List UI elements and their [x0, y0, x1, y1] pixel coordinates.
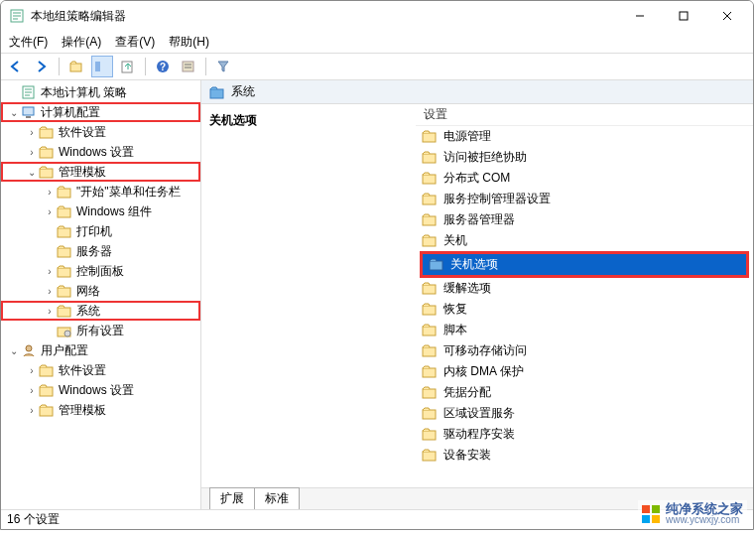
tree-network[interactable]: ›网络: [1, 281, 200, 301]
svg-rect-39: [423, 237, 436, 246]
maximize-button[interactable]: [662, 1, 705, 31]
toolbar-separator: [205, 58, 206, 75]
svg-rect-17: [40, 129, 53, 138]
list-item-label: 关机: [443, 232, 467, 249]
chevron-icon[interactable]: ›: [43, 306, 57, 317]
chevron-icon[interactable]: ›: [43, 286, 57, 297]
tree-label: 软件设置: [59, 124, 106, 141]
tree-label: 打印机: [76, 223, 112, 240]
list-item[interactable]: 区域设置服务: [416, 403, 753, 424]
chevron-icon[interactable]: ›: [43, 187, 57, 198]
minimize-button[interactable]: [618, 1, 662, 31]
tree-user-config[interactable]: ⌄用户配置: [1, 340, 200, 360]
chevron-icon[interactable]: ›: [25, 405, 39, 416]
folder-icon: [39, 382, 55, 398]
list-item[interactable]: 内核 DMA 保护: [416, 361, 753, 382]
tab-extended[interactable]: 扩展: [209, 487, 255, 509]
list-item-label: 设备安装: [443, 447, 491, 464]
svg-rect-46: [423, 389, 436, 398]
list-item-label: 脚本: [443, 322, 467, 338]
chevron-icon[interactable]: ›: [25, 365, 39, 376]
properties-button[interactable]: [178, 56, 199, 77]
show-tree-button[interactable]: [91, 56, 113, 77]
tree-start-taskbar[interactable]: ›"开始"菜单和任务栏: [1, 182, 200, 201]
svg-rect-41: [423, 285, 436, 294]
tree-all-settings[interactable]: 所有设置: [1, 321, 200, 340]
tab-standard[interactable]: 标准: [254, 487, 300, 509]
tree-system[interactable]: ›系统: [1, 301, 200, 321]
up-button[interactable]: [65, 56, 87, 77]
filter-button[interactable]: [212, 56, 234, 77]
list-item-label: 区域设置服务: [443, 405, 515, 422]
chevron-icon[interactable]: ⌄: [7, 107, 21, 118]
list-item[interactable]: 设备安装: [416, 445, 753, 466]
tree-computer-config[interactable]: ⌄计算机配置: [1, 102, 200, 122]
list-item[interactable]: 关机选项: [423, 254, 746, 275]
svg-rect-50: [642, 505, 650, 513]
list-item[interactable]: 关机: [416, 230, 753, 251]
svg-point-29: [26, 345, 32, 351]
folder-icon: [422, 385, 438, 401]
tree-root[interactable]: 本地计算机 策略: [1, 82, 200, 102]
tree-uc-windows[interactable]: ›Windows 设置: [1, 380, 200, 400]
svg-rect-19: [40, 169, 53, 178]
tree-windows-components[interactable]: ›Windows 组件: [1, 201, 200, 221]
folder-icon: [422, 448, 438, 464]
list-item[interactable]: 分布式 COM: [416, 168, 753, 189]
svg-rect-21: [58, 208, 70, 217]
chevron-icon[interactable]: ›: [43, 266, 57, 277]
menu-action[interactable]: 操作(A): [62, 34, 101, 51]
list-item-label: 可移动存储访问: [443, 342, 527, 359]
tree-cc-windows[interactable]: ›Windows 设置: [1, 142, 200, 162]
list-item[interactable]: 缓解选项: [416, 278, 753, 299]
list-item[interactable]: 驱动程序安装: [416, 424, 753, 445]
menu-file[interactable]: 文件(F): [9, 34, 48, 51]
watermark-url: www.ycwxjy.com: [666, 515, 743, 525]
chevron-icon[interactable]: ›: [25, 147, 39, 158]
svg-rect-15: [23, 107, 34, 115]
list-item[interactable]: 访问被拒绝协助: [416, 147, 753, 168]
help-button[interactable]: ?: [152, 56, 174, 77]
chevron-icon[interactable]: ›: [25, 127, 39, 138]
tree-uc-admin-tpl[interactable]: ›管理模板: [1, 400, 200, 420]
list-item[interactable]: 脚本: [416, 320, 753, 340]
list-header[interactable]: 设置: [416, 104, 753, 126]
settings-list[interactable]: 设置 电源管理访问被拒绝协助分布式 COM服务控制管理器设置服务器管理器关机关机…: [416, 104, 753, 487]
list-item[interactable]: 可移动存储访问: [416, 340, 753, 361]
list-item[interactable]: 服务控制管理器设置: [416, 189, 753, 209]
tree-uc-software[interactable]: ›软件设置: [1, 360, 200, 380]
tree-control-panel[interactable]: ›控制面板: [1, 261, 200, 281]
list-item[interactable]: 服务器管理器: [416, 209, 753, 230]
folder-icon: [422, 192, 438, 207]
chevron-icon[interactable]: ›: [25, 385, 39, 396]
svg-rect-38: [423, 216, 436, 225]
list-item-label: 分布式 COM: [443, 170, 510, 187]
tree-cc-software[interactable]: ›软件设置: [1, 122, 200, 142]
tree-pane[interactable]: 本地计算机 策略⌄计算机配置›软件设置›Windows 设置⌄管理模板›"开始"…: [1, 80, 201, 509]
export-button[interactable]: [117, 56, 139, 77]
list-item[interactable]: 恢复: [416, 299, 753, 320]
svg-rect-6: [95, 62, 100, 71]
svg-rect-32: [40, 407, 53, 416]
chevron-icon[interactable]: ⌄: [25, 167, 39, 178]
folder-icon: [39, 402, 55, 418]
svg-rect-34: [423, 133, 436, 142]
close-button[interactable]: [705, 1, 749, 31]
back-button[interactable]: [5, 56, 27, 77]
svg-rect-51: [652, 505, 660, 513]
tree-printer[interactable]: 打印机: [1, 221, 200, 241]
folder-icon: [57, 263, 72, 279]
list-item[interactable]: 电源管理: [416, 126, 753, 147]
chevron-icon[interactable]: ⌄: [7, 345, 21, 356]
chevron-icon[interactable]: ›: [43, 206, 57, 217]
tree-server[interactable]: 服务器: [1, 241, 200, 261]
forward-button[interactable]: [31, 56, 53, 77]
tree-label: 所有设置: [76, 323, 124, 339]
list-item-label: 驱动程序安装: [443, 426, 515, 443]
folder-icon: [21, 342, 37, 358]
list-item[interactable]: 凭据分配: [416, 382, 753, 403]
svg-rect-47: [423, 410, 436, 419]
menu-view[interactable]: 查看(V): [115, 34, 155, 51]
tree-cc-admin-tpl[interactable]: ⌄管理模板: [1, 162, 200, 182]
menu-help[interactable]: 帮助(H): [169, 34, 209, 51]
